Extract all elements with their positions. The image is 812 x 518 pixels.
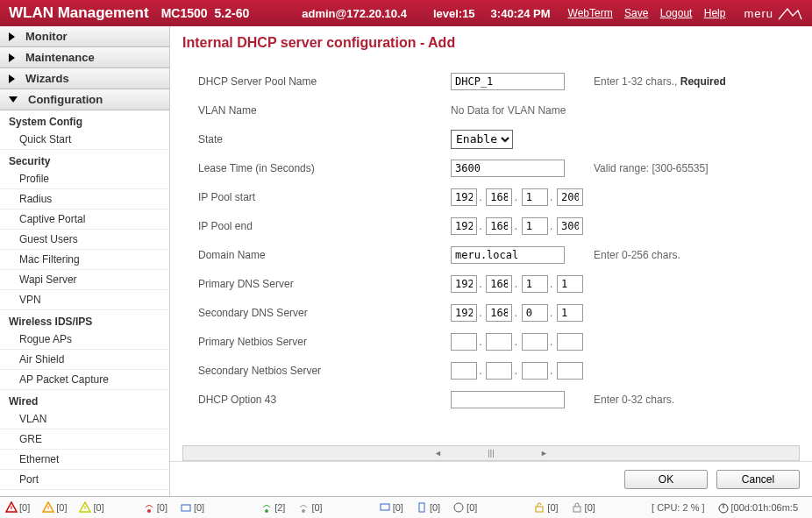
- select-state[interactable]: Enable: [451, 130, 513, 149]
- input-dns2-3[interactable]: [522, 304, 548, 322]
- ap-blue-icon: [180, 501, 192, 514]
- svg-rect-10: [536, 507, 543, 512]
- input-ip-end-2[interactable]: [486, 217, 512, 235]
- client-other-icon: [452, 501, 465, 514]
- label-ip-end: IP Pool end: [198, 220, 451, 232]
- radio-gray-icon: [297, 501, 310, 514]
- nav-group-wireless: Wireless: [0, 490, 169, 496]
- nav-radius[interactable]: Radius: [0, 189, 169, 209]
- help-link[interactable]: Help: [704, 7, 726, 19]
- lock-closed-icon: [571, 501, 583, 514]
- chevron-right-icon: [9, 75, 15, 83]
- vlan-no-data: No Data for VLAN Name: [451, 104, 566, 117]
- input-ip-end-1[interactable]: [451, 217, 477, 235]
- uptime-label: [00d:01h:06m:5: [731, 502, 798, 513]
- webterm-link[interactable]: WebTerm: [568, 7, 613, 19]
- input-nb1-1[interactable]: [451, 333, 477, 351]
- svg-rect-7: [381, 504, 389, 510]
- input-ip-start-3[interactable]: [522, 188, 548, 206]
- nav-quick-start[interactable]: Quick Start: [0, 130, 169, 150]
- input-dns2-1[interactable]: [451, 304, 477, 322]
- label-state: State: [198, 133, 451, 145]
- input-ip-start-2[interactable]: [486, 188, 512, 206]
- nav-gre[interactable]: GRE: [0, 429, 169, 450]
- input-ip-start-1[interactable]: [451, 188, 477, 206]
- nav-wapi-server[interactable]: Wapi Server: [0, 270, 169, 290]
- nav-ethernet[interactable]: Ethernet: [0, 450, 169, 470]
- input-nb1-2[interactable]: [486, 333, 512, 351]
- svg-rect-11: [573, 507, 581, 512]
- hint-pool-name: Enter 1-32 chars., Required: [594, 75, 726, 88]
- label-nb2: Secondary Netbios Server: [198, 365, 451, 377]
- nav-group-system-config: System Config: [0, 110, 169, 130]
- input-ip-end-4[interactable]: [557, 217, 583, 235]
- input-dns1-1[interactable]: [451, 275, 477, 293]
- stopwatch-icon: [717, 501, 730, 514]
- input-dns1-2[interactable]: [486, 275, 512, 293]
- input-ip-end-3[interactable]: [522, 217, 548, 235]
- input-domain[interactable]: [451, 246, 565, 264]
- input-dns2-2[interactable]: [486, 304, 512, 322]
- input-dns2-4[interactable]: [557, 304, 583, 322]
- input-nb1-3[interactable]: [522, 333, 548, 351]
- sidebar: Monitor Maintenance Wizards Configuratio…: [0, 26, 170, 496]
- svg-rect-4: [182, 505, 190, 511]
- sidebar-section-monitor[interactable]: Monitor: [0, 26, 169, 47]
- nav-profile[interactable]: Profile: [0, 169, 169, 189]
- alarm-minor-icon: [79, 501, 91, 514]
- logout-link[interactable]: Logout: [660, 7, 693, 19]
- save-link[interactable]: Save: [624, 7, 648, 19]
- status-bar: [0] [0] [0] [0] [0] [2] [0] [0] [0] [0] …: [0, 496, 812, 518]
- chevron-right-icon: [9, 53, 15, 62]
- input-pool-name[interactable]: [451, 73, 565, 90]
- nav-vpn[interactable]: VPN: [0, 290, 169, 310]
- input-nb1-4[interactable]: [557, 333, 583, 351]
- sidebar-section-wizards[interactable]: Wizards: [0, 68, 169, 89]
- chevron-down-icon: [9, 96, 18, 103]
- user-label: admin@172.20.10.4: [302, 7, 407, 20]
- label-lease-time: Lease Time (in Seconds): [198, 162, 451, 174]
- input-dns1-3[interactable]: [522, 275, 548, 293]
- input-nb2-4[interactable]: [557, 362, 583, 380]
- version-label: 5.2-60: [215, 6, 250, 20]
- input-opt43[interactable]: [451, 391, 565, 408]
- nav-group-ids-ips: Wireless IDS/IPS: [0, 310, 169, 330]
- cancel-button[interactable]: Cancel: [716, 470, 800, 489]
- label-vlan-name: VLAN Name: [198, 104, 451, 117]
- alarm-major-icon: [42, 501, 54, 514]
- svg-point-3: [147, 509, 151, 513]
- input-ip-start-4[interactable]: [557, 188, 583, 206]
- ap-red-icon: [143, 501, 155, 514]
- input-dns1-4[interactable]: [557, 275, 583, 293]
- nav-captive-portal[interactable]: Captive Portal: [0, 209, 169, 230]
- nav-port[interactable]: Port: [0, 470, 169, 490]
- nav-vlan[interactable]: VLAN: [0, 409, 169, 429]
- nav-air-shield[interactable]: Air Shield: [0, 350, 169, 370]
- sidebar-section-maintenance[interactable]: Maintenance: [0, 47, 169, 68]
- hint-opt43: Enter 0-32 chars.: [594, 394, 674, 406]
- app-title: WLAN Management: [9, 4, 149, 22]
- client-phone-icon: [416, 501, 428, 514]
- form-area: DHCP Server Pool Name Enter 1-32 chars.,…: [170, 60, 812, 443]
- input-nb2-3[interactable]: [522, 362, 548, 380]
- header-bar: WLAN Management MC1500 5.2-60 admin@172.…: [0, 0, 812, 26]
- nav-mac-filtering[interactable]: Mac Filtering: [0, 250, 169, 270]
- label-pool-name: DHCP Server Pool Name: [198, 75, 451, 88]
- input-nb2-1[interactable]: [451, 362, 477, 380]
- page-title: Internal DHCP server configuration - Add: [170, 26, 812, 60]
- button-bar: OK Cancel: [170, 461, 812, 496]
- label-ip-start: IP Pool start: [198, 191, 451, 203]
- ok-button[interactable]: OK: [624, 470, 708, 489]
- input-lease-time[interactable]: [451, 160, 565, 177]
- sidebar-section-configuration[interactable]: Configuration: [0, 89, 169, 110]
- nav-guest-users[interactable]: Guest Users: [0, 230, 169, 250]
- chevron-right-icon: [9, 32, 15, 41]
- cpu-label: [ CPU: 2 % ]: [652, 502, 705, 513]
- label-dns2: Secondary DNS Server: [198, 307, 451, 319]
- horizontal-scrollbar[interactable]: ◄ ||| ►: [182, 445, 800, 461]
- nav-ap-packet-capture[interactable]: AP Packet Capture: [0, 370, 169, 390]
- hint-domain: Enter 0-256 chars.: [594, 249, 680, 261]
- hint-lease-time: Valid range: [300-65535]: [594, 162, 709, 174]
- input-nb2-2[interactable]: [486, 362, 512, 380]
- nav-rogue-aps[interactable]: Rogue APs: [0, 330, 169, 350]
